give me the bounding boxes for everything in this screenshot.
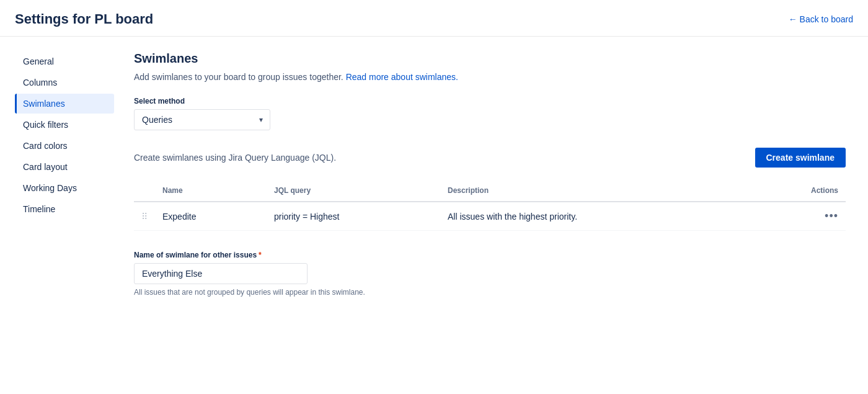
swimlane-description-cell: All issues with the highest priority.	[440, 202, 784, 231]
sidebar-item-working-days[interactable]: Working Days	[15, 178, 114, 198]
other-swimlane-label: Name of swimlane for other issues *	[134, 251, 846, 259]
sidebar-item-card-colors[interactable]: Card colors	[15, 136, 114, 156]
other-swimlane-hint: All issues that are not grouped by queri…	[134, 288, 846, 297]
swimlanes-description: Add swimlanes to your board to group iss…	[134, 72, 846, 82]
back-to-board-link[interactable]: ← Back to board	[789, 14, 853, 24]
read-more-link[interactable]: Read more about swimlanes.	[346, 72, 458, 82]
create-swimlane-button[interactable]: Create swimlane	[755, 148, 846, 168]
table-header-row: Name JQL query Description Actions	[134, 180, 846, 202]
col-header-actions: Actions	[784, 180, 846, 202]
table-row: ⠿ Expedite priority = Highest All issues…	[134, 202, 846, 231]
drag-handle-icon[interactable]: ⠿	[141, 212, 148, 222]
swimlanes-table: Name JQL query Description Actions ⠿ Exp…	[134, 180, 846, 231]
description-text: Add swimlanes to your board to group iss…	[134, 72, 343, 82]
page-title: Settings for PL board	[15, 11, 153, 27]
sidebar-item-swimlanes[interactable]: Swimlanes	[15, 94, 114, 114]
sidebar-item-general[interactable]: General	[15, 51, 114, 71]
other-swimlane-input[interactable]	[134, 263, 308, 284]
swimlane-actions-cell: •••	[784, 202, 846, 231]
jql-description-row: Create swimlanes using Jira Query Langua…	[134, 148, 846, 168]
drag-handle-cell: ⠿	[134, 202, 155, 231]
swimlanes-title: Swimlanes	[134, 51, 846, 66]
required-indicator: *	[259, 251, 262, 259]
sidebar-item-columns[interactable]: Columns	[15, 73, 114, 92]
col-header-name: Name	[155, 180, 267, 202]
method-select[interactable]: Queries None Stories Assignees Epics Pro…	[134, 109, 270, 130]
sidebar-item-timeline[interactable]: Timeline	[15, 199, 114, 219]
content-area: Swimlanes Add swimlanes to your board to…	[114, 51, 846, 297]
page-header: Settings for PL board ← Back to board	[0, 0, 868, 37]
other-swimlane-label-text: Name of swimlane for other issues	[134, 251, 257, 259]
sidebar: General Columns Swimlanes Quick filters …	[15, 51, 114, 297]
col-header-jql: JQL query	[267, 180, 440, 202]
sidebar-item-quick-filters[interactable]: Quick filters	[15, 115, 114, 135]
col-header-description: Description	[440, 180, 784, 202]
more-actions-icon[interactable]: •••	[825, 210, 838, 222]
main-layout: General Columns Swimlanes Quick filters …	[0, 37, 868, 297]
sidebar-item-card-layout[interactable]: Card layout	[15, 157, 114, 177]
select-method-label: Select method	[134, 97, 846, 105]
col-header-drag	[134, 180, 155, 202]
other-swimlane-form: Name of swimlane for other issues * All …	[134, 251, 846, 297]
swimlane-jql-cell: priority = Highest	[267, 202, 440, 231]
swimlane-name-cell: Expedite	[155, 202, 267, 231]
jql-description: Create swimlanes using Jira Query Langua…	[134, 153, 336, 163]
select-wrapper: Queries None Stories Assignees Epics Pro…	[134, 109, 270, 130]
